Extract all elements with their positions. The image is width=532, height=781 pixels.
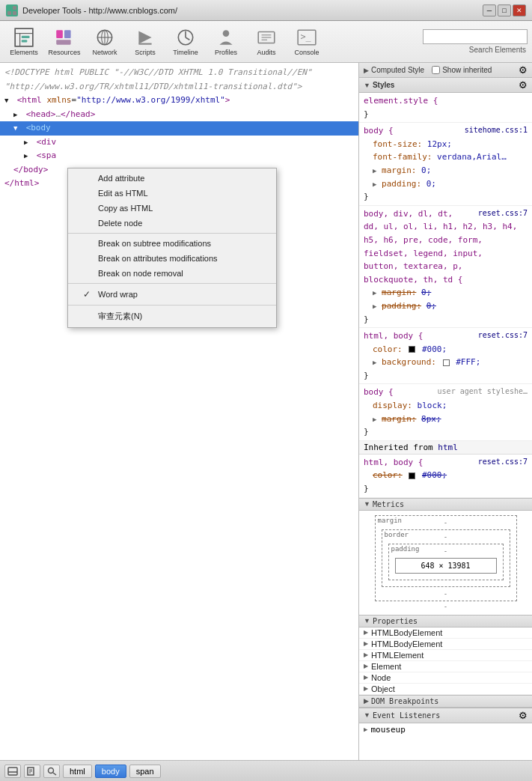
properties-label: Properties: [373, 617, 418, 625]
toolbar-scripts-button[interactable]: Scripts: [126, 24, 165, 60]
metrics-bottom-dash: -: [379, 590, 513, 598]
prop-object[interactable]: ▶ Object: [359, 684, 532, 695]
maximize-button[interactable]: □: [498, 4, 511, 16]
show-inherited-checkbox[interactable]: [432, 66, 440, 74]
sitehome-link[interactable]: sitehome.css:1: [465, 124, 528, 136]
search-label: Search Elements: [469, 46, 526, 54]
ctx-edit-html-label: Edit as HTML: [98, 189, 261, 198]
dom-line-span[interactable]: ▶ <spa: [0, 149, 358, 163]
dom-line-dtd: "http://www.w3.org/TR/xhtml11/DTD/xhtml1…: [0, 80, 358, 94]
profiles-label: Profiles: [215, 49, 237, 57]
metrics-margin-box: margin - border - padding - 648 × 13981 …: [375, 515, 517, 601]
gear-icon[interactable]: ⚙: [519, 64, 528, 76]
main-layout: <!DOCTYPE html PUBLIC "-//W3C//DTD XHTML…: [0, 63, 532, 760]
close-button[interactable]: ✕: [513, 4, 526, 16]
properties-list: ▶ HTMLBodyElement ▶ HTMLBodyElement ▶ HT…: [359, 627, 532, 695]
dom-line-div[interactable]: ▶ <div: [0, 136, 358, 150]
ctx-inspect[interactable]: 审查元素(N): [68, 308, 276, 325]
dom-line-html[interactable]: ▼ <html xmlns="http://www.w3.org/1999/xh…: [0, 94, 358, 108]
margin-strikethrough: ▶ margin: 0;: [373, 286, 528, 300]
audits-icon: [256, 27, 277, 48]
audits-label: Audits: [257, 49, 275, 57]
event-mouseup[interactable]: ▶ mouseup: [359, 723, 532, 736]
body-div-selector-4: fieldset, legend, input,: [364, 249, 483, 258]
dom-line-head[interactable]: ▶ <head>…</head>: [0, 108, 358, 122]
svg-line-20: [186, 37, 189, 40]
search-bottom-button[interactable]: [43, 765, 60, 778]
ctx-inspect-label: 审查元素(N): [98, 311, 261, 322]
window-title: Developer Tools - http://www.cnblogs.com…: [22, 6, 478, 15]
html-close-tag: </html>: [4, 178, 39, 188]
computed-style-header: ▶ Computed Style Show inherited ⚙: [359, 63, 532, 78]
reset-link-3[interactable]: reset.css:7: [478, 456, 528, 468]
inherited-close: }: [364, 484, 369, 493]
inspect-button[interactable]: [24, 765, 40, 778]
search-input[interactable]: [423, 29, 528, 44]
head-triangle: ▶: [13, 110, 21, 121]
metrics-size: 648 × 13981: [421, 562, 470, 570]
breadcrumb-html[interactable]: html: [63, 765, 92, 778]
toolbar-audits-button[interactable]: Audits: [247, 24, 286, 60]
html-triangle: ▼: [4, 96, 12, 106]
body-div-rule: body, div, dl, dt, reset.css:7 dd, ul, o…: [359, 206, 532, 328]
styles-header: ▼ Styles ⚙: [359, 78, 532, 93]
prop-htmlbodyelement-2[interactable]: ▶ HTMLBodyElement: [359, 639, 532, 650]
window-controls: ─ □ ✕: [483, 4, 526, 16]
prop-element[interactable]: ▶ Element: [359, 661, 532, 672]
metrics-padding-label: padding: [391, 545, 420, 553]
svg-rect-28: [8, 768, 17, 775]
body-div-selector-3: h5, h6, pre, code, form,: [364, 235, 483, 245]
prop-name-1: HTMLBodyElement: [371, 628, 442, 637]
svg-rect-11: [56, 40, 70, 44]
toolbar-elements-button[interactable]: Elements: [4, 24, 43, 60]
svg-rect-3: [13, 11, 16, 15]
metrics-size-box: 648 × 13981: [395, 558, 497, 574]
toolbar: Elements Resources Network: [0, 21, 532, 63]
ctx-break-attrs-label: Break on attributes modifications: [98, 254, 261, 263]
event-name: mouseup: [370, 725, 405, 735]
ctx-edit-html[interactable]: Edit as HTML: [68, 186, 276, 201]
metrics-label: Metrics: [373, 500, 404, 508]
dtd-text: "http://www.w3.org/TR/xhtml11/DTD/xhtml1…: [4, 82, 302, 91]
ctx-delete-node[interactable]: Delete node: [68, 216, 276, 231]
breadcrumb-span[interactable]: span: [129, 765, 161, 778]
toolbar-timeline-button[interactable]: Timeline: [166, 24, 205, 60]
prop-htmlelement[interactable]: ▶ HTMLElement: [359, 650, 532, 661]
ctx-add-attribute[interactable]: Add attribute: [68, 171, 276, 186]
toolbar-console-button[interactable]: >_ Console: [287, 24, 326, 60]
svg-point-21: [223, 30, 230, 37]
toolbar-profiles-button[interactable]: Profiles: [207, 24, 245, 60]
dock-button[interactable]: [4, 765, 21, 778]
ctx-copy-html[interactable]: Copy as HTML: [68, 201, 276, 216]
inherited-from-link[interactable]: html: [438, 443, 458, 452]
dom-line-body[interactable]: ▼ <body: [0, 121, 358, 136]
ctx-break-subtree[interactable]: Break on subtree modifications: [68, 236, 276, 251]
prop-node[interactable]: ▶ Node: [359, 672, 532, 684]
svg-rect-7: [22, 35, 30, 37]
body-div-selector: body, div, dl, dt,: [364, 209, 453, 219]
xmlns-attr: xmlns: [46, 95, 71, 105]
padding-prop-1: ▶ padding: 0;: [373, 177, 528, 191]
prop-htmlbodyelement-1[interactable]: ▶ HTMLBodyElement: [359, 627, 532, 639]
event-gear-icon[interactable]: ⚙: [519, 710, 528, 721]
ctx-break-removal[interactable]: Break on node removal: [68, 266, 276, 281]
inherited-color-box: [409, 472, 415, 479]
app-icon: [6, 4, 18, 16]
properties-header: ▼ Properties: [359, 615, 532, 627]
styles-gear-icon[interactable]: ⚙: [519, 79, 528, 91]
styles-triangle: ▼: [364, 82, 370, 89]
event-listeners-header: ▼ Event Listeners ⚙: [359, 708, 532, 723]
breadcrumb-span-label: span: [136, 767, 154, 776]
ctx-break-subtree-label: Break on subtree modifications: [98, 239, 261, 248]
toolbar-network-button[interactable]: Network: [85, 24, 124, 60]
dom-bp-triangle: ▶: [364, 697, 369, 705]
toolbar-resources-button[interactable]: Resources: [45, 24, 84, 60]
body-close-tag: </body>: [13, 165, 48, 174]
reset-link-2[interactable]: reset.css:7: [478, 329, 528, 341]
breadcrumb-html-label: html: [70, 767, 85, 776]
reset-link-1[interactable]: reset.css:7: [478, 207, 528, 219]
ctx-word-wrap[interactable]: ✓ Word wrap: [68, 286, 276, 303]
breadcrumb-body[interactable]: body: [95, 765, 126, 778]
ctx-break-attrs[interactable]: Break on attributes modifications: [68, 251, 276, 266]
minimize-button[interactable]: ─: [483, 4, 496, 16]
